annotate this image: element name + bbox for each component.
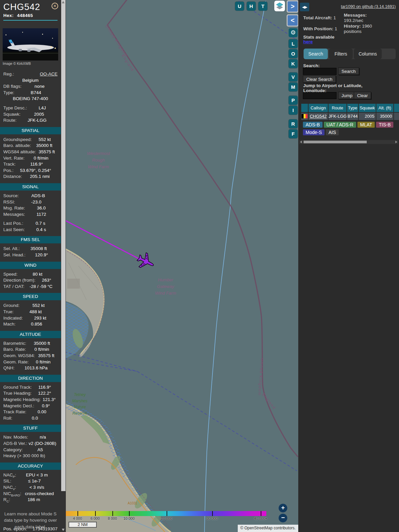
detail-row: Geom. WGS84: 35575 ft xyxy=(0,353,61,359)
image-credit: Image © KirkXWB xyxy=(3,62,58,66)
search-label: Search: xyxy=(303,63,320,68)
osm-link[interactable]: © OpenStreetMap xyxy=(240,526,273,530)
detail-label: ADS-B Ver.: xyxy=(3,441,27,447)
zoom-in-button[interactable]: + xyxy=(279,504,287,512)
aircraft-icon xyxy=(135,251,157,272)
detail-row: Speed: 80 kt xyxy=(0,272,61,278)
sidebar-scrollbar[interactable] xyxy=(61,0,66,532)
table-horizontal-scrollbar[interactable] xyxy=(299,140,398,144)
aircraft-photo[interactable] xyxy=(3,28,58,61)
scroll-left-icon[interactable] xyxy=(300,141,302,143)
history-stat: History: 1960 positions xyxy=(344,24,372,34)
detail-row: NACP: EPU < 3 m xyxy=(0,472,61,479)
detail-row: RSSI: -23.0 xyxy=(0,200,61,206)
detail-row: Messages: 1172 xyxy=(0,212,61,218)
map-button-l[interactable]: L xyxy=(289,39,298,48)
scroll-up-icon[interactable] xyxy=(62,1,65,3)
colorbar-tick xyxy=(112,511,113,516)
map-button-k[interactable]: K xyxy=(289,59,298,68)
pos-epoch-value: 1734319307 xyxy=(33,526,58,531)
detail-value: n/a xyxy=(40,435,46,440)
table-header-row: Callsign Route Type Squawk Alt. (ft) Sp xyxy=(301,104,399,112)
tab-columns[interactable]: Columns xyxy=(354,49,382,59)
col-speed[interactable]: Sp xyxy=(394,104,399,112)
legend-uat[interactable]: UAT / ADS-R xyxy=(324,122,356,128)
colorbar-label: 10 000 xyxy=(123,516,135,520)
map-button-v[interactable]: V xyxy=(289,72,298,81)
clear-search-button[interactable]: Clear Search xyxy=(303,75,336,83)
close-icon[interactable]: ✕ xyxy=(52,3,58,9)
map-button-f[interactable]: F xyxy=(289,129,298,138)
map-button-o[interactable]: O xyxy=(289,49,298,58)
row-alt: 35000 xyxy=(376,113,393,120)
detail-row: Type: B744 xyxy=(0,90,61,96)
section-header: ACCURACY xyxy=(0,463,61,470)
chevron-left-icon: < xyxy=(288,15,298,26)
panel-expand-button[interactable]: > xyxy=(287,0,298,13)
detail-row: RC: 186 m xyxy=(0,497,61,503)
search-input[interactable] xyxy=(303,68,336,75)
detail-row: Magnetic Decl.: 0.9° xyxy=(0,403,61,410)
detail-link[interactable]: OO-ACE xyxy=(40,71,58,76)
col-route[interactable]: Route xyxy=(329,104,346,112)
tab-search[interactable]: Search xyxy=(304,49,328,59)
map-button-r[interactable]: R xyxy=(289,119,298,128)
col-alt[interactable]: Alt. (ft) xyxy=(376,104,393,112)
detail-value: 1172 xyxy=(37,212,46,217)
legend-ais[interactable]: AIS xyxy=(326,129,339,135)
version-link[interactable]: tar1090 on github (3.14.1691) xyxy=(341,4,396,9)
jump-clear-button[interactable]: Clear xyxy=(354,92,371,99)
detail-label: Last Pos.: xyxy=(3,221,23,227)
detail-value: Belgium xyxy=(22,78,39,83)
scroll-right-icon[interactable] xyxy=(395,141,397,143)
map-canvas[interactable]: WestermostRoughWind Farm HumberGatewayWi… xyxy=(66,0,298,532)
stats-here-link[interactable]: here xyxy=(303,39,313,44)
detail-row: Geom. Rate: 0 ft/min xyxy=(0,359,61,366)
detail-label: Magnetic Decl.: xyxy=(3,403,34,409)
jump-button[interactable]: Jump xyxy=(338,92,356,99)
detail-row: QNH: 1013.6 hPa xyxy=(0,365,61,372)
settings-button[interactable]: ⚙ xyxy=(289,28,298,37)
hscroll-thumb[interactable] xyxy=(304,141,367,143)
table-row[interactable]: CHG542 JFK-LGG B744 2005 35000 xyxy=(301,113,399,120)
map-button-i[interactable]: I xyxy=(289,106,298,115)
layers-button[interactable] xyxy=(274,1,285,11)
map-button-u[interactable]: U xyxy=(235,2,244,11)
panel-toggle-button[interactable]: ◀▶ xyxy=(300,3,309,11)
legend-tisb[interactable]: TIS-B xyxy=(376,122,393,128)
detail-row: Category: A5 xyxy=(0,447,61,454)
detail-label: Heavy (> 300 000 lb) xyxy=(3,453,45,459)
col-flag[interactable] xyxy=(301,104,308,112)
detail-value: 0.7 s xyxy=(36,221,45,226)
legend-modes[interactable]: Mode-S xyxy=(303,129,325,135)
col-squawk[interactable]: Squawk xyxy=(359,104,376,112)
map-button-t[interactable]: T xyxy=(258,2,267,11)
detail-value: 35575 ft xyxy=(39,149,55,154)
aircraft-trail xyxy=(66,221,143,261)
map-button-m[interactable]: M xyxy=(289,82,298,91)
map-button-p[interactable]: P xyxy=(289,96,298,105)
detail-row: Indicated: 293 kt xyxy=(0,316,61,322)
search-button[interactable]: Search xyxy=(338,67,359,75)
scroll-down-icon[interactable] xyxy=(62,529,65,531)
section-header: WIND xyxy=(0,262,61,269)
panel-collapse-button[interactable]: < xyxy=(287,14,298,27)
tab-filters[interactable]: Filters xyxy=(329,49,353,59)
zoom-out-button[interactable]: − xyxy=(279,514,287,522)
detail-label: Source: xyxy=(3,193,19,199)
col-type[interactable]: Type xyxy=(347,104,358,112)
jump-input[interactable] xyxy=(303,92,336,99)
legend-mlat[interactable]: MLAT xyxy=(357,122,375,128)
row-callsign[interactable]: CHG542 xyxy=(309,113,328,120)
scrollbar-thumb[interactable] xyxy=(61,0,66,491)
detail-value: 35000 ft xyxy=(36,143,53,148)
col-callsign[interactable]: Callsign xyxy=(309,104,328,112)
detail-label: WGS84 altitude: xyxy=(3,149,36,155)
detail-row: Reg.: OO-ACE xyxy=(0,71,61,78)
detail-sections: Reg.: OO-ACE Belgium DB flags: none xyxy=(0,71,61,503)
legend-adsb[interactable]: ADS-B xyxy=(303,122,323,128)
map-button-h[interactable]: H xyxy=(247,2,256,11)
detail-label: Type: xyxy=(3,90,14,96)
detail-label: DB flags: xyxy=(3,84,22,90)
section-header: DIRECTION xyxy=(0,375,61,382)
